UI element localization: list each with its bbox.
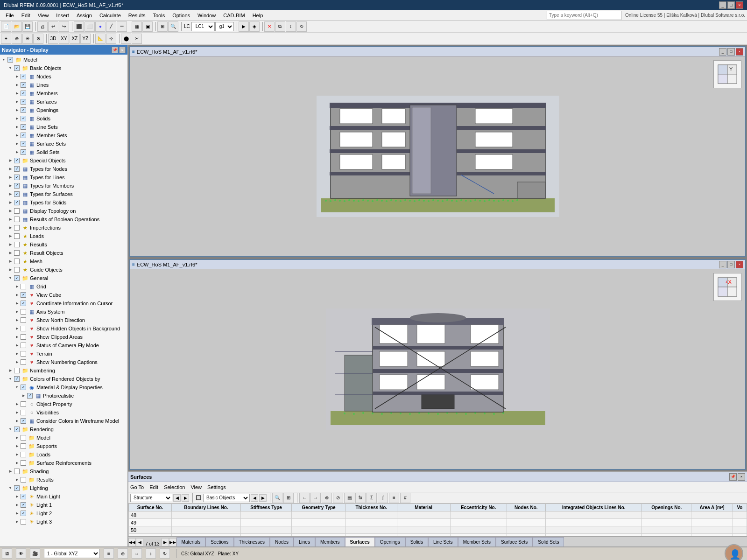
checkbox-rend-model[interactable]: [21, 435, 26, 441]
nav-tree-item-special-objects[interactable]: ▶ ✓ 📁 Special Objects: [1, 156, 127, 165]
move-btn[interactable]: ↕: [286, 21, 296, 32]
view-cube-1[interactable]: Y: [713, 60, 741, 88]
tab-solid-sets[interactable]: Solid Sets: [533, 537, 564, 546]
nav-tree-item-numbering[interactable]: ▶ 📁 Numbering: [1, 366, 127, 375]
nav-tree-item-rendering[interactable]: ▼ ✓ 📁 Rendering: [1, 425, 127, 434]
checkbox-visibilities[interactable]: [21, 410, 26, 415]
checkbox-special-objects[interactable]: ✓: [14, 158, 20, 163]
open-btn[interactable]: 📂: [12, 21, 22, 32]
tabs-prev-btn[interactable]: ◀◀: [128, 538, 136, 546]
viewport-1-buttons[interactable]: _ □ ×: [719, 48, 743, 56]
nav-tree-item-axis-system[interactable]: ▶ ▦ Axis System: [1, 308, 127, 316]
structure-select[interactable]: Structure: [130, 494, 172, 502]
nav-tree-item-mesh[interactable]: ▶ ★ Mesh: [1, 257, 127, 266]
checkbox-mesh[interactable]: [14, 259, 20, 264]
select-btn[interactable]: ⬛: [74, 21, 84, 32]
viewxy-btn[interactable]: XY: [59, 34, 69, 44]
expand-terrain[interactable]: ▶: [14, 351, 20, 357]
expand-types-solids[interactable]: ▶: [7, 200, 13, 205]
expand-numbering-captions[interactable]: ▶: [14, 359, 20, 365]
expand-show-hidden[interactable]: ▶: [14, 326, 20, 331]
tab-member-sets[interactable]: Member Sets: [458, 537, 496, 546]
tabs-next2-btn[interactable]: ▶▶: [169, 538, 176, 546]
nav-tree-item-types-solids[interactable]: ▶ ✓ ▦ Types for Solids: [1, 198, 127, 207]
minimize-button[interactable]: _: [719, 1, 726, 9]
checkbox-view-cube[interactable]: ✓: [21, 292, 26, 298]
nav-header-buttons[interactable]: 📌 ×: [112, 47, 126, 53]
deselect-btn[interactable]: ⬜: [85, 21, 95, 32]
nav-tree-item-rend-model[interactable]: ▶ 📁 Model: [1, 434, 127, 442]
expand-main-light[interactable]: ▶: [14, 494, 20, 499]
expand-members[interactable]: ▶: [14, 91, 20, 96]
expand-mesh[interactable]: ▶: [7, 259, 13, 264]
expand-material-display[interactable]: ▼: [14, 385, 20, 390]
expand-rendering[interactable]: ▼: [7, 427, 13, 432]
nav-tree-item-camera-fly[interactable]: ▶ ♥ Status of Camera Fly Mode: [1, 341, 127, 350]
checkbox-solids[interactable]: ✓: [21, 116, 26, 121]
panel-tb9[interactable]: Σ: [366, 493, 377, 503]
close-button[interactable]: ×: [736, 1, 743, 9]
nav-tree-item-main-light[interactable]: ▶ ✓ ☀ Main Light: [1, 492, 127, 501]
tab-lines[interactable]: Lines: [294, 537, 315, 546]
vp1-close[interactable]: ×: [736, 48, 743, 56]
nav-tree-item-member-sets[interactable]: ▶ ✓ ▦ Member Sets: [1, 131, 127, 140]
checkbox-rendering[interactable]: ✓: [14, 427, 20, 432]
user-avatar[interactable]: 👤: [725, 544, 743, 560]
checkbox-solid-sets[interactable]: ✓: [21, 149, 26, 155]
tab-line-sets[interactable]: Line Sets: [428, 537, 458, 546]
expand-guide-objects[interactable]: ▶: [7, 267, 13, 273]
expand-light-3[interactable]: ▶: [14, 519, 20, 525]
checkbox-terrain[interactable]: [21, 351, 26, 357]
nav-tree-item-supports[interactable]: ▶ 📁 Supports: [1, 442, 127, 450]
nav-tree-item-openings[interactable]: ▶ ✓ ▦ Openings: [1, 106, 127, 114]
search-input[interactable]: [547, 11, 621, 20]
nav-tree-item-material-display[interactable]: ▼ ✓ ◉ Material & Display Properties: [1, 383, 127, 392]
panel-tb8[interactable]: fx: [355, 493, 366, 503]
member-btn[interactable]: ═: [117, 21, 127, 32]
panel-tb12[interactable]: #: [400, 493, 410, 503]
undo-btn[interactable]: ↩: [48, 21, 58, 32]
basic-objects-select[interactable]: Basic Objects: [203, 494, 250, 502]
nav-tree-item-result-objects[interactable]: ▶ ★ Result Objects: [1, 249, 127, 257]
expand-rend-model[interactable]: ▶: [14, 435, 20, 441]
expand-show-clipped[interactable]: ▶: [14, 334, 20, 340]
expand-results[interactable]: ▶: [7, 242, 13, 247]
checkbox-show-north[interactable]: [21, 317, 26, 323]
expand-imperfections[interactable]: ▶: [7, 225, 13, 231]
menu-file[interactable]: File: [2, 12, 18, 19]
nav-tree-item-shading[interactable]: ▶ 📁 Shading: [1, 467, 127, 476]
checkbox-photorealistic[interactable]: ✓: [27, 393, 33, 399]
checkbox-types-nodes[interactable]: ✓: [14, 166, 20, 172]
delete-btn[interactable]: ✕: [264, 21, 275, 32]
checkbox-results[interactable]: [14, 242, 20, 247]
zoom-in-btn[interactable]: 🔍: [168, 21, 178, 32]
nav-tree-item-results[interactable]: ▶ ★ Results: [1, 240, 127, 249]
checkbox-loads-rend[interactable]: [21, 452, 26, 457]
panel-tb4[interactable]: →: [310, 493, 321, 503]
expand-photorealistic[interactable]: ▶: [21, 393, 26, 399]
panel-menu-goto[interactable]: Go To: [130, 484, 144, 490]
expand-loads-rend[interactable]: ▶: [14, 452, 20, 457]
tab-nodes[interactable]: Nodes: [270, 537, 294, 546]
expand-nodes[interactable]: ▶: [14, 74, 20, 79]
checkbox-types-lines[interactable]: ✓: [14, 175, 20, 180]
expand-types-nodes[interactable]: ▶: [7, 166, 13, 172]
nav-tree-item-general[interactable]: ▼ ✓ 📁 General: [1, 274, 127, 282]
status-icon1[interactable]: 🖥: [2, 548, 12, 559]
tab-members[interactable]: Members: [315, 537, 345, 546]
rotate-btn[interactable]: ↻: [296, 21, 307, 32]
table-row[interactable]: 50: [129, 526, 747, 534]
status-btn4[interactable]: ↕: [146, 548, 156, 559]
expand-display-topology[interactable]: ▶: [7, 208, 13, 214]
status-btn5[interactable]: ↻: [160, 548, 170, 559]
maximize-button[interactable]: □: [727, 1, 735, 9]
status-btn2[interactable]: ⊕: [118, 548, 128, 559]
checkbox-camera-fly[interactable]: [21, 343, 26, 348]
expand-basic-objects[interactable]: ▼: [7, 65, 13, 71]
checkbox-display-topology[interactable]: [14, 208, 20, 214]
nav-tree-item-basic-objects[interactable]: ▼ ✓ 📁 Basic Objects: [1, 64, 127, 72]
tab-solids[interactable]: Solids: [405, 537, 428, 546]
expand-coord-info[interactable]: ▶: [14, 301, 20, 306]
copy-btn[interactable]: ⧉: [275, 21, 285, 32]
tab-sections[interactable]: Sections: [205, 537, 233, 546]
